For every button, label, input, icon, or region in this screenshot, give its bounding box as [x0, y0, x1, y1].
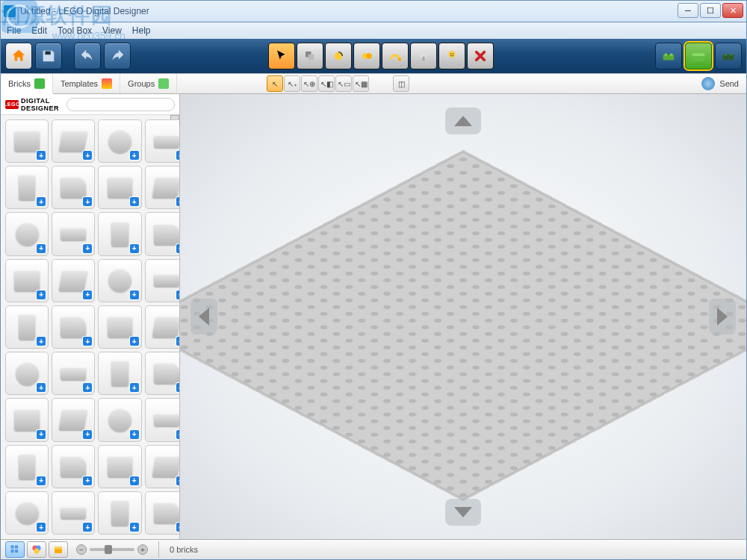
- brick-thumbnail: [152, 317, 179, 337]
- palette-filter-color-button[interactable]: [27, 541, 46, 558]
- palette-view-bricks-button[interactable]: [5, 541, 25, 558]
- add-brick-icon: +: [176, 430, 179, 439]
- zoom-in-button[interactable]: +: [137, 544, 148, 555]
- brick-search-input[interactable]: [66, 98, 175, 111]
- orbit-up-button[interactable]: [445, 108, 481, 134]
- select-color-button[interactable]: ↖◧: [318, 75, 335, 92]
- brick-palette-item[interactable]: +: [98, 398, 141, 441]
- window-close-button[interactable]: ✕: [722, 3, 743, 18]
- menu-edit[interactable]: Edit: [31, 25, 47, 36]
- brick-palette-item[interactable]: +: [52, 119, 95, 163]
- menu-toolbox[interactable]: Tool Box: [58, 25, 92, 36]
- brick-palette-item[interactable]: +: [5, 398, 49, 441]
- clone-icon: [303, 49, 317, 63]
- brick-palette-item[interactable]: +: [52, 491, 95, 535]
- menu-view[interactable]: View: [102, 25, 122, 36]
- save-button[interactable]: [35, 43, 62, 69]
- zoom-track[interactable]: [90, 548, 134, 551]
- tool-flex[interactable]: [382, 43, 409, 69]
- brick-palette-item[interactable]: +: [52, 398, 95, 441]
- tool-select[interactable]: [268, 43, 295, 69]
- brick-palette-item[interactable]: +: [98, 212, 141, 255]
- brick-thumbnail: [14, 131, 40, 152]
- orbit-right-button[interactable]: [709, 299, 736, 335]
- svg-point-14: [670, 53, 673, 56]
- brick-palette-item[interactable]: +: [5, 259, 49, 302]
- brick-palette-item[interactable]: +: [98, 166, 141, 209]
- tool-hinge[interactable]: [325, 43, 352, 69]
- zoom-thumb[interactable]: [105, 545, 112, 554]
- brick-thumbnail: [16, 502, 39, 525]
- brick-palette-item[interactable]: +: [52, 305, 95, 349]
- brick-palette-item[interactable]: +: [98, 445, 141, 488]
- brick-palette-item[interactable]: +: [52, 352, 95, 395]
- brick-palette-item[interactable]: +: [5, 166, 49, 209]
- brick-palette-item[interactable]: +: [145, 491, 179, 535]
- mode-view[interactable]: [715, 43, 742, 69]
- send-button[interactable]: Send: [701, 77, 739, 90]
- tab-templates[interactable]: Templates: [53, 74, 120, 93]
- window-maximize-button[interactable]: ☐: [700, 3, 721, 18]
- select-single-button[interactable]: ↖: [267, 75, 283, 92]
- brick-palette-item[interactable]: +: [145, 259, 179, 302]
- undo-button[interactable]: [74, 43, 101, 69]
- brick-palette-item[interactable]: +: [145, 212, 179, 255]
- brick-palette-item[interactable]: +: [52, 445, 95, 488]
- mode-build-guided[interactable]: [685, 43, 712, 69]
- brick-palette-item[interactable]: +: [145, 119, 179, 163]
- brick-palette-item[interactable]: +: [145, 445, 179, 488]
- zoom-out-button[interactable]: −: [76, 544, 87, 555]
- menu-file[interactable]: File: [7, 25, 21, 36]
- home-button[interactable]: [5, 43, 32, 69]
- tool-hinge-align[interactable]: [353, 43, 380, 69]
- tab-bricks[interactable]: Bricks: [1, 75, 53, 94]
- baseplate[interactable]: [180, 152, 746, 500]
- tool-delete[interactable]: [467, 43, 494, 69]
- brick-palette-item[interactable]: +: [98, 352, 141, 395]
- window-minimize-button[interactable]: ─: [678, 3, 698, 18]
- brick-palette-item[interactable]: +: [52, 212, 95, 255]
- select-all-button[interactable]: ↖▦: [353, 75, 369, 92]
- tool-clone[interactable]: [297, 43, 323, 69]
- orbit-down-button[interactable]: [445, 499, 481, 526]
- brick-palette-item[interactable]: +: [5, 352, 49, 395]
- redo-icon: [109, 48, 125, 64]
- brick-palette-item[interactable]: +: [5, 445, 49, 488]
- orbit-left-button[interactable]: [190, 299, 217, 335]
- mode-build-free[interactable]: [655, 43, 682, 69]
- brick-palette-item[interactable]: +: [145, 166, 179, 209]
- brick-palette-item[interactable]: +: [145, 398, 179, 441]
- brick-palette-item[interactable]: +: [52, 259, 95, 302]
- brick-palette-item[interactable]: +: [98, 119, 141, 163]
- brick-palette-item[interactable]: +: [5, 305, 49, 349]
- lego-brand: LEGO DIGITAL DESIGNER: [5, 97, 62, 112]
- brick-palette-item[interactable]: +: [5, 119, 49, 163]
- brick-palette-item[interactable]: +: [98, 305, 141, 349]
- 3d-viewport[interactable]: [180, 94, 746, 539]
- save-icon: [40, 48, 57, 64]
- select-multi-button[interactable]: ↖₊: [284, 75, 300, 92]
- brick-palette-item[interactable]: +: [52, 166, 95, 209]
- svg-point-18: [725, 53, 728, 56]
- add-brick-icon: +: [130, 244, 139, 253]
- tab-groups[interactable]: Groups: [120, 74, 177, 93]
- brick-count-label: 0 bricks: [165, 545, 198, 554]
- status-bar: − + 0 bricks: [0, 539, 747, 560]
- brick-palette-item[interactable]: +: [5, 212, 49, 255]
- brick-palette-item[interactable]: +: [98, 259, 141, 302]
- brick-palette-item[interactable]: +: [5, 491, 49, 535]
- select-invert-button[interactable]: ◫: [393, 75, 409, 92]
- select-shape-button[interactable]: ↖▭: [335, 75, 352, 92]
- brick-palette-item[interactable]: +: [145, 305, 179, 349]
- menu-help[interactable]: Help: [132, 25, 151, 36]
- brick-palette-item[interactable]: +: [145, 352, 179, 395]
- select-connected-button[interactable]: ↖⊕: [301, 75, 317, 92]
- brick-palette-item[interactable]: +: [98, 491, 141, 535]
- add-brick-icon: +: [130, 523, 139, 532]
- brick-palette-sidebar: LEGO DIGITAL DESIGNER ◀◀ +++++++++++++++…: [1, 94, 180, 539]
- palette-filter-set-button[interactable]: [49, 541, 68, 558]
- tool-hide[interactable]: [438, 43, 465, 69]
- redo-button[interactable]: [104, 43, 131, 69]
- palette-zoom-slider[interactable]: − +: [76, 544, 148, 555]
- tool-paint[interactable]: [410, 43, 437, 69]
